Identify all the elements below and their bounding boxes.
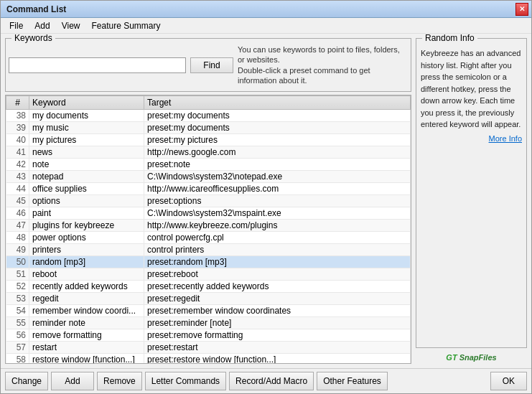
keywords-header: Find You can use keywords to point to fi… bbox=[9, 44, 408, 85]
table-row[interactable]: 55reminder notepreset:reminder [note] bbox=[6, 317, 411, 329]
table-row[interactable]: 49printerscontrol printers bbox=[6, 244, 411, 256]
row-keyword: random [mp3] bbox=[29, 256, 144, 268]
row-keyword: restart bbox=[29, 342, 144, 354]
table-row[interactable]: 39my musicpreset:my documents bbox=[6, 122, 411, 134]
other-features-button[interactable]: Other Features bbox=[317, 372, 388, 390]
remove-button[interactable]: Remove bbox=[97, 372, 142, 390]
row-num: 53 bbox=[6, 293, 29, 305]
change-button[interactable]: Change bbox=[5, 372, 48, 390]
row-num: 56 bbox=[6, 329, 29, 342]
row-target: control printers bbox=[144, 244, 411, 256]
table-row[interactable]: 48power optionscontrol powercfg.cpl bbox=[6, 232, 411, 244]
snapfiles-text: GT SnapFiles bbox=[446, 353, 496, 362]
table-row[interactable]: 38my documentspreset:my documents bbox=[6, 110, 411, 122]
row-num: 49 bbox=[6, 244, 29, 256]
row-target: preset:note bbox=[144, 159, 411, 171]
row-num: 57 bbox=[6, 342, 29, 354]
close-button[interactable]: ✕ bbox=[515, 3, 528, 16]
menu-feature-summary[interactable]: Feature Summary bbox=[86, 19, 167, 32]
keywords-legend: Keywords bbox=[11, 34, 55, 43]
keywords-hint: You can use keywords to point to files, … bbox=[238, 44, 408, 85]
find-button[interactable]: Find bbox=[190, 57, 233, 73]
row-keyword: paint bbox=[29, 207, 144, 220]
row-keyword: office supplies bbox=[29, 183, 144, 195]
row-num: 46 bbox=[6, 207, 29, 220]
table-row[interactable]: 50random [mp3]preset:random [mp3] bbox=[6, 256, 411, 268]
row-keyword: my pictures bbox=[29, 134, 144, 146]
row-keyword: reminder note bbox=[29, 317, 144, 329]
row-num: 55 bbox=[6, 317, 29, 329]
row-target: preset:my documents bbox=[144, 110, 411, 122]
row-num: 50 bbox=[6, 256, 29, 268]
table-scroll[interactable]: # Keyword Target 38my documentspreset:my… bbox=[6, 95, 411, 363]
row-keyword: my documents bbox=[29, 110, 144, 122]
row-keyword: regedit bbox=[29, 293, 144, 305]
row-keyword: note bbox=[29, 159, 144, 171]
table-container: # Keyword Target 38my documentspreset:my… bbox=[5, 95, 411, 364]
table-row[interactable]: 52recently added keywordspreset:recently… bbox=[6, 281, 411, 293]
row-num: 52 bbox=[6, 281, 29, 293]
letter-commands-button[interactable]: Letter Commands bbox=[145, 372, 226, 390]
menu-view[interactable]: View bbox=[56, 19, 86, 32]
table-row[interactable]: 58restore window [function...]preset:res… bbox=[6, 354, 411, 363]
row-num: 45 bbox=[6, 195, 29, 207]
keywords-group: Keywords Find You can use keywords to po… bbox=[5, 38, 411, 92]
row-target: C:\Windows\system32\mspaint.exe bbox=[144, 207, 411, 220]
table-row[interactable]: 54remember window coordi...preset:rememb… bbox=[6, 305, 411, 317]
table-row[interactable]: 43notepadC:\Windows\system32\notepad.exe bbox=[6, 171, 411, 183]
main-window: Command List ✕ File Add View Feature Sum… bbox=[0, 0, 532, 394]
content-area: Keywords Find You can use keywords to po… bbox=[1, 34, 531, 368]
table-row[interactable]: 45optionspreset:options bbox=[6, 195, 411, 207]
menu-add[interactable]: Add bbox=[29, 19, 55, 32]
row-keyword: plugins for keybreeze bbox=[29, 220, 144, 232]
row-target: http://news.google.com bbox=[144, 146, 411, 159]
row-target: preset:reminder [note] bbox=[144, 317, 411, 329]
table-row[interactable]: 40my picturespreset:my pictures bbox=[6, 134, 411, 146]
table-row[interactable]: 47plugins for keybreezehttp://www.keybre… bbox=[6, 220, 411, 232]
record-add-macro-button[interactable]: Record/Add Macro bbox=[229, 372, 314, 390]
table-row[interactable]: 46paintC:\Windows\system32\mspaint.exe bbox=[6, 207, 411, 220]
row-num: 44 bbox=[6, 183, 29, 195]
row-num: 42 bbox=[6, 159, 29, 171]
more-info-link-container: More Info bbox=[421, 133, 522, 144]
col-keyword: Keyword bbox=[29, 96, 144, 110]
col-num: # bbox=[6, 96, 29, 110]
row-target: preset:recently added keywords bbox=[144, 281, 411, 293]
table-row[interactable]: 42notepreset:note bbox=[6, 159, 411, 171]
row-target: preset:random [mp3] bbox=[144, 256, 411, 268]
row-num: 58 bbox=[6, 354, 29, 363]
table-row[interactable]: 57restartpreset:restart bbox=[6, 342, 411, 354]
row-num: 40 bbox=[6, 134, 29, 146]
row-target: preset:remember window coordinates bbox=[144, 305, 411, 317]
menu-file[interactable]: File bbox=[4, 19, 29, 32]
row-num: 54 bbox=[6, 305, 29, 317]
row-target: preset:regedit bbox=[144, 293, 411, 305]
random-info-legend: Random Info bbox=[422, 34, 477, 43]
row-target: preset:remove formatting bbox=[144, 329, 411, 342]
row-num: 38 bbox=[6, 110, 29, 122]
table-row[interactable]: 56remove formattingpreset:remove formatt… bbox=[6, 329, 411, 342]
row-keyword: restore window [function...] bbox=[29, 354, 144, 363]
table-row[interactable]: 41newshttp://news.google.com bbox=[6, 146, 411, 159]
random-info-group: Random Info Keybreeze has an advanced hi… bbox=[416, 38, 527, 348]
left-panel: Keywords Find You can use keywords to po… bbox=[5, 38, 411, 364]
right-panel: Random Info Keybreeze has an advanced hi… bbox=[416, 38, 527, 364]
bottom-bar: Change Add Remove Letter Commands Record… bbox=[1, 368, 531, 393]
row-target: preset:my documents bbox=[144, 122, 411, 134]
row-num: 48 bbox=[6, 232, 29, 244]
col-target: Target bbox=[144, 96, 411, 110]
table-row[interactable]: 44office supplieshttp://www.icareoffices… bbox=[6, 183, 411, 195]
row-target: preset:restart bbox=[144, 342, 411, 354]
more-info-link[interactable]: More Info bbox=[489, 134, 522, 143]
ok-button[interactable]: OK bbox=[490, 372, 527, 390]
keyword-input[interactable] bbox=[9, 57, 186, 73]
add-button[interactable]: Add bbox=[51, 372, 94, 390]
table-row[interactable]: 53regeditpreset:regedit bbox=[6, 293, 411, 305]
row-num: 41 bbox=[6, 146, 29, 159]
menu-bar: File Add View Feature Summary bbox=[1, 18, 531, 34]
row-target: control powercfg.cpl bbox=[144, 232, 411, 244]
row-target: preset:my pictures bbox=[144, 134, 411, 146]
row-target: C:\Windows\system32\notepad.exe bbox=[144, 171, 411, 183]
table-row[interactable]: 51rebootpreset:reboot bbox=[6, 268, 411, 281]
row-keyword: power options bbox=[29, 232, 144, 244]
